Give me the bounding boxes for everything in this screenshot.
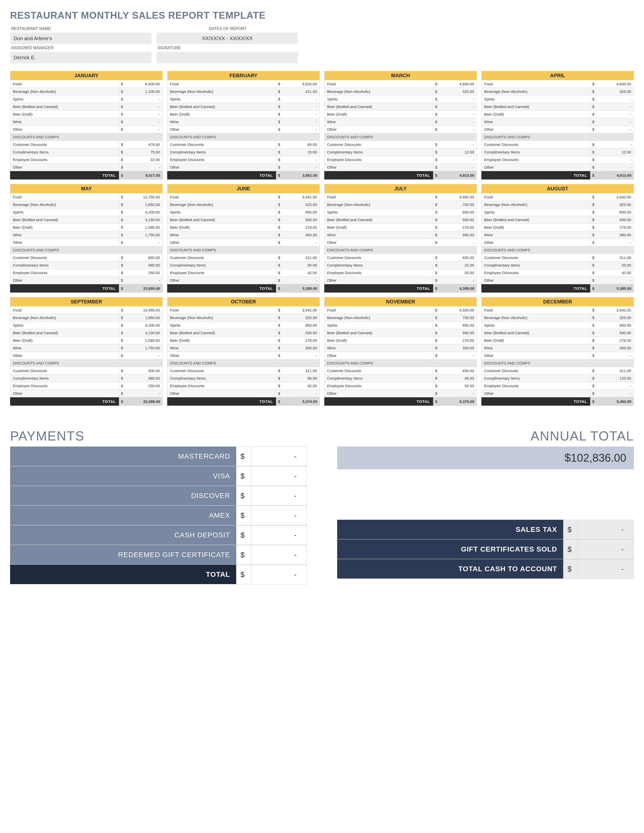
row-label: Beverage (Non-Alcoholic) bbox=[481, 201, 590, 208]
currency-symbol: $ bbox=[276, 367, 283, 374]
currency-symbol: $ bbox=[276, 322, 283, 329]
sales-row: Food$4,600.00 bbox=[481, 80, 634, 88]
row-label: Spirits bbox=[481, 95, 590, 103]
total-label: TOTAL bbox=[324, 171, 433, 180]
row-label: Other bbox=[481, 352, 590, 359]
discount-row: Employee Discounts$- bbox=[481, 382, 634, 390]
row-label: Food bbox=[10, 306, 119, 314]
row-value: - bbox=[126, 390, 163, 397]
discount-row: Employee Discounts$32.00 bbox=[10, 156, 163, 164]
currency-symbol: $ bbox=[276, 277, 283, 284]
row-value: - bbox=[283, 164, 319, 171]
currency-symbol: $ bbox=[276, 156, 283, 163]
month-total-value: 5,362.00 bbox=[597, 397, 634, 406]
currency-symbol: $ bbox=[590, 118, 597, 125]
currency-symbol: $ bbox=[590, 148, 597, 156]
row-value: 3,150.00 bbox=[126, 329, 163, 336]
payment-label: AMEX bbox=[10, 506, 236, 525]
payment-label: DISCOVER bbox=[10, 486, 236, 506]
currency-symbol: $ bbox=[433, 88, 440, 95]
discount-row: Customer Discounts$300.00 bbox=[10, 367, 163, 375]
row-label: Beer (Bottled and Canned) bbox=[481, 216, 590, 224]
row-label: Other bbox=[481, 239, 590, 246]
row-label: Employee Discounts bbox=[325, 382, 433, 389]
row-value: - bbox=[126, 239, 163, 246]
row-label: Beer (Draft) bbox=[167, 111, 276, 118]
payment-row: VISA$- bbox=[10, 466, 307, 486]
discounts-header: DISCOUNTS AND COMPS bbox=[324, 133, 477, 141]
currency-symbol: $ bbox=[276, 314, 283, 321]
row-value: 411.00 bbox=[283, 88, 319, 95]
month-block: APRILFood$4,600.00Beverage (Non-Alcoholi… bbox=[481, 71, 634, 180]
row-label: Complimentary Items bbox=[325, 148, 433, 156]
currency-symbol: $ bbox=[276, 80, 283, 88]
discount-row: Complimentary Items$55.00 bbox=[481, 262, 634, 269]
row-value: 500.00 bbox=[597, 216, 634, 224]
row-label: Food bbox=[325, 80, 433, 88]
row-label: Food bbox=[325, 193, 433, 201]
currency-symbol: $ bbox=[119, 80, 126, 88]
manager-value[interactable]: Derrick E. bbox=[10, 52, 151, 63]
row-value: - bbox=[597, 141, 634, 148]
row-label: Employee Discounts bbox=[481, 269, 590, 277]
row-value: - bbox=[283, 277, 319, 284]
sales-row: Beverage (Non-Alcoholic)$700.00 bbox=[324, 314, 477, 322]
row-value: - bbox=[597, 118, 634, 125]
dates-value[interactable]: XX/XX/XX - XX/XX/XX bbox=[156, 32, 298, 44]
month-block: MARCHFood$4,600.00Beverage (Non-Alcoholi… bbox=[324, 71, 477, 180]
row-label: Wine bbox=[481, 344, 590, 352]
summary-table: SALES TAX$-GIFT CERTIFICATES SOLD$-TOTAL… bbox=[337, 520, 634, 579]
discount-row: Employee Discounts$42.00 bbox=[167, 382, 320, 390]
currency-symbol: $ bbox=[276, 344, 283, 352]
month-total-value: 6,376.00 bbox=[440, 397, 477, 406]
sales-row: Beer (Draft)$- bbox=[324, 111, 477, 118]
total-label: TOTAL bbox=[10, 171, 119, 180]
row-value: - bbox=[126, 103, 163, 110]
discount-row: Complimentary Items$22.00 bbox=[324, 262, 477, 269]
row-label: Other bbox=[481, 164, 590, 171]
currency-symbol: $ bbox=[119, 254, 126, 261]
row-label: Wine bbox=[10, 231, 119, 238]
row-value: - bbox=[440, 141, 477, 148]
total-label: TOTAL bbox=[167, 171, 276, 180]
row-label: Food bbox=[10, 193, 119, 201]
row-value: - bbox=[440, 352, 477, 359]
currency-symbol: $ bbox=[433, 306, 440, 314]
payment-value: - bbox=[251, 525, 307, 545]
row-value: 325.00 bbox=[440, 88, 477, 95]
row-label: Food bbox=[167, 193, 276, 201]
currency-symbol: $ bbox=[590, 80, 597, 88]
restaurant-value[interactable]: Don and Arlene's bbox=[10, 32, 151, 44]
row-label: Beverage (Non-Alcoholic) bbox=[167, 88, 276, 95]
row-value: 300.00 bbox=[597, 344, 634, 352]
row-value: 65.00 bbox=[283, 141, 319, 148]
sales-row: Beer (Draft)$- bbox=[167, 111, 320, 118]
currency-symbol: $ bbox=[236, 564, 251, 584]
discount-row: Customer Discounts$311.00 bbox=[481, 254, 634, 262]
currency-symbol: $ bbox=[236, 466, 251, 486]
total-label: TOTAL bbox=[481, 171, 590, 180]
row-value: 1,585.00 bbox=[126, 224, 163, 231]
month-header: JUNE bbox=[167, 184, 320, 193]
month-block: FEBRUARYFood$3,520.00Beverage (Non-Alcoh… bbox=[167, 71, 320, 180]
sales-row: Spirits$4,200.00 bbox=[10, 209, 163, 216]
total-label: TOTAL bbox=[481, 284, 590, 293]
row-value: - bbox=[283, 118, 319, 125]
total-label: TOTAL bbox=[167, 397, 276, 406]
sales-row: Wine$300.00 bbox=[324, 344, 477, 352]
currency-symbol: $ bbox=[276, 201, 283, 208]
sales-row: Other$- bbox=[481, 352, 634, 359]
discount-row: Other$- bbox=[167, 277, 320, 284]
currency-symbol: $ bbox=[433, 337, 440, 344]
row-value: - bbox=[440, 126, 477, 133]
header-fields: RESTAURANT NAME Don and Arlene's ASSIGNE… bbox=[10, 26, 634, 63]
sales-row: Spirits$850.00 bbox=[481, 209, 634, 216]
row-value: - bbox=[126, 95, 163, 103]
row-value: 42.00 bbox=[283, 382, 319, 389]
row-value: 385.00 bbox=[126, 375, 163, 382]
discounts-header: DISCOUNTS AND COMPS bbox=[481, 246, 634, 254]
currency-symbol: $ bbox=[433, 111, 440, 118]
signature-value[interactable] bbox=[156, 52, 298, 63]
currency-symbol: $ bbox=[276, 126, 283, 133]
discounts-header: DISCOUNTS AND COMPS bbox=[10, 133, 163, 141]
